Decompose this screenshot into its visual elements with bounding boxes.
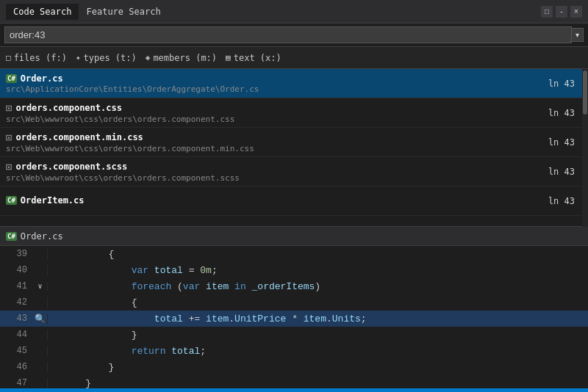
- line-content-40: var total = 0m;: [48, 265, 218, 276]
- window-controls: □ - ×: [541, 6, 582, 18]
- code-header-cs-icon: C#: [6, 232, 17, 241]
- line-num-45: 45: [0, 346, 33, 356]
- line-content-41: foreach (var item in _orderItems): [48, 281, 320, 292]
- line-num-43: 43: [0, 313, 33, 324]
- filter-files[interactable]: □ files (f:): [6, 53, 67, 63]
- tab-feature-search[interactable]: Feature Search: [79, 4, 168, 20]
- results-pane[interactable]: C# Order.cs src\ApplicationCore\Entities…: [0, 69, 582, 227]
- result-item-orders-scss[interactable]: ⊡ orders.component.scss src\Web\wwwroot\…: [0, 157, 582, 186]
- line-num-46: 46: [0, 362, 33, 372]
- result-count-orders-css: ln 43: [541, 98, 582, 127]
- search-bar: ▾: [0, 23, 588, 47]
- css-file-icon: ⊡: [6, 102, 12, 114]
- gutter-46: [33, 362, 48, 373]
- result-count-order-cs: ln 43: [541, 69, 582, 98]
- line-num-41: 41: [0, 281, 33, 291]
- status-bar: ◀ ▶ Ln: 43 Ch: 1: [0, 388, 588, 392]
- result-content-orders-scss: ⊡ orders.component.scss src\Web\wwwroot\…: [0, 157, 541, 186]
- code-line-41: 41 ∨ foreach (var item in _orderItems): [0, 278, 588, 294]
- line-num-39: 39: [0, 249, 33, 259]
- code-line-46: 46 }: [0, 359, 588, 375]
- css-min-file-icon: ⊡: [6, 131, 12, 143]
- code-header-filename: Order.cs: [21, 231, 63, 242]
- gutter-42: [33, 297, 48, 308]
- filter-text[interactable]: ▤ text (x:): [226, 53, 282, 63]
- result-content-orderitem-cs: C# OrderItem.cs: [0, 186, 541, 215]
- results-scrollbar[interactable]: [582, 69, 588, 227]
- filter-members-label: members (m:): [153, 53, 217, 63]
- line-content-42: {: [48, 297, 137, 308]
- members-icon: ◈: [146, 53, 151, 62]
- search-dropdown-button[interactable]: ▾: [572, 28, 584, 42]
- code-line-47: 47 }: [0, 375, 588, 388]
- result-path-orders-min-css: src\Web\wwwroot\css\orders\orders.compon…: [6, 144, 535, 153]
- search-input[interactable]: [4, 26, 572, 43]
- filter-files-label: files (f:): [14, 53, 67, 63]
- line-content-39: {: [48, 249, 114, 260]
- code-line-42: 42 {: [0, 294, 588, 311]
- result-filename-orders-css: ⊡ orders.component.css: [6, 102, 535, 114]
- line-content-45: return total;: [48, 346, 206, 357]
- line-content-44: }: [48, 330, 137, 341]
- line-num-44: 44: [0, 330, 33, 340]
- line-content-47: }: [48, 378, 91, 389]
- code-pane[interactable]: 39 { 40 var total = 0m; 41 ∨ foreach (va…: [0, 246, 588, 388]
- cs-file-icon: C#: [6, 74, 17, 83]
- gutter-43: 🔍: [33, 313, 48, 324]
- result-item-orderitem-cs[interactable]: C# OrderItem.cs ln 43: [0, 186, 582, 216]
- result-filename-orders-min-css: ⊡ orders.component.min.css: [6, 131, 535, 143]
- scss-file-icon: ⊡: [6, 161, 12, 173]
- gutter-39: [33, 249, 48, 260]
- line-num-40: 40: [0, 265, 33, 275]
- line-num-47: 47: [0, 378, 33, 388]
- text-icon: ▤: [226, 53, 231, 62]
- types-icon: ✦: [76, 53, 81, 62]
- minimize-button[interactable]: □: [541, 6, 553, 18]
- result-path-orders-scss: src\Web\wwwroot\css\orders\orders.compon…: [6, 173, 535, 183]
- gutter-40: [33, 265, 48, 276]
- restore-button[interactable]: -: [556, 6, 567, 18]
- close-button[interactable]: ×: [570, 6, 582, 18]
- result-path-orders-css: src\Web\wwwroot\css\orders\orders.compon…: [6, 115, 535, 124]
- result-count-orders-scss: ln 43: [541, 157, 582, 186]
- results-wrapper: C# Order.cs src\ApplicationCore\Entities…: [0, 69, 588, 227]
- result-content-orders-min-css: ⊡ orders.component.min.css src\Web\wwwro…: [0, 128, 541, 156]
- code-line-43: 43 🔍 total += item.UnitPrice * item.Unit…: [0, 311, 588, 327]
- result-item-order-cs[interactable]: C# Order.cs src\ApplicationCore\Entities…: [0, 69, 582, 98]
- code-line-44: 44 }: [0, 327, 588, 343]
- line-content-46: }: [48, 362, 114, 373]
- result-content-order-cs: C# Order.cs src\ApplicationCore\Entities…: [0, 69, 541, 98]
- result-count-orders-min-css: ln 43: [541, 128, 582, 156]
- gutter-44: [33, 330, 48, 341]
- gutter-47: [33, 378, 48, 389]
- filter-members[interactable]: ◈ members (m:): [146, 53, 217, 63]
- tab-code-search[interactable]: Code Search: [6, 4, 79, 20]
- line-content-43: total += item.UnitPrice * item.Units;: [48, 313, 367, 324]
- code-header: C# Order.cs: [0, 227, 588, 246]
- results-scroll-thumb[interactable]: [583, 70, 587, 115]
- result-item-orders-css[interactable]: ⊡ orders.component.css src\Web\wwwroot\c…: [0, 98, 582, 128]
- code-line-45: 45 return total;: [0, 343, 588, 359]
- title-bar: Code Search Feature Search □ - ×: [0, 0, 588, 23]
- filter-bar: □ files (f:) ✦ types (t:) ◈ members (m:)…: [0, 47, 588, 69]
- line-num-42: 42: [0, 297, 33, 308]
- files-icon: □: [6, 53, 11, 62]
- result-count-orderitem-cs: ln 43: [541, 186, 582, 215]
- code-line-40: 40 var total = 0m;: [0, 262, 588, 278]
- gutter-41: ∨: [33, 282, 48, 291]
- cs-orderitem-icon: C#: [6, 196, 17, 205]
- filter-types-label: types (t:): [84, 53, 137, 63]
- result-filename-orderitem-cs: C# OrderItem.cs: [6, 195, 535, 206]
- result-content-orders-css: ⊡ orders.component.css src\Web\wwwroot\c…: [0, 98, 541, 127]
- result-path-order-cs: src\ApplicationCore\Entities\OrderAggreg…: [6, 84, 535, 94]
- result-item-orders-min-css[interactable]: ⊡ orders.component.min.css src\Web\wwwro…: [0, 128, 582, 157]
- result-filename-order-cs: C# Order.cs: [6, 73, 535, 84]
- filter-text-label: text (x:): [234, 53, 282, 63]
- filter-types[interactable]: ✦ types (t:): [76, 53, 137, 63]
- gutter-45: [33, 346, 48, 357]
- result-filename-orders-scss: ⊡ orders.component.scss: [6, 161, 535, 173]
- code-line-39: 39 {: [0, 246, 588, 262]
